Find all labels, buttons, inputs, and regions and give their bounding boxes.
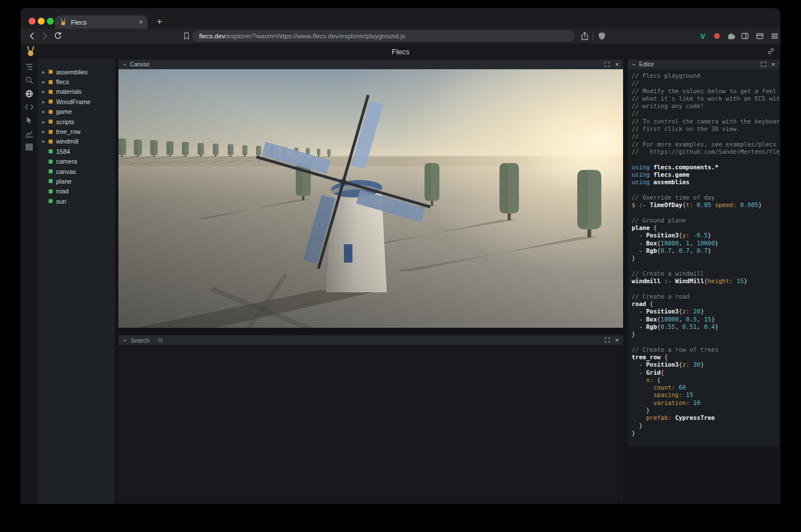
scene-icon[interactable] (25, 89, 34, 98)
search-icon (158, 338, 164, 343)
code-line: count: 60 (632, 384, 779, 391)
collapse-chevron-icon[interactable] (122, 338, 127, 343)
code-line: using flecs.components.* (632, 164, 779, 171)
tab-close-icon[interactable]: × (138, 18, 143, 26)
code-line: windmill :- WindMill{height: 15} (632, 277, 779, 285)
tree-item-plane[interactable]: plane (38, 176, 115, 186)
code-line: } (632, 422, 779, 430)
tree-item-sun[interactable]: sun (38, 196, 115, 206)
search-results (118, 345, 623, 503)
new-tab-button[interactable]: + (157, 16, 162, 27)
menu-icon[interactable] (770, 31, 779, 41)
back-button[interactable] (27, 31, 37, 41)
tree-item-tree_row[interactable]: ▸tree_row (38, 126, 115, 136)
tree-item-materials[interactable]: ▸materials (38, 87, 115, 97)
code-line: // (632, 110, 779, 117)
code-line (632, 285, 779, 292)
share-icon[interactable] (580, 31, 589, 41)
browser-window: Flecs × + flecs.dev/explorer/?wasm=https… (21, 8, 780, 504)
tree-item-windmill[interactable]: ▸windmill (38, 137, 115, 146)
entity-color-square (49, 120, 53, 124)
tree-item-game[interactable]: ▸game (38, 107, 115, 117)
search-icon[interactable] (25, 76, 34, 85)
side-panel-icon[interactable] (740, 31, 750, 41)
editor-code[interactable]: // Flecs playground//// Modify the value… (628, 69, 779, 447)
code-line: // Flecs playground (632, 72, 779, 80)
entity-color-square (49, 199, 53, 203)
toolbar-divider (593, 33, 593, 39)
tree-item-road[interactable]: road (38, 186, 115, 196)
tree-item-assemblies[interactable]: ▸assemblies (38, 67, 115, 77)
extensions-puzzle-icon[interactable] (727, 31, 736, 41)
tree-item-label: plane (56, 178, 72, 185)
browser-tab[interactable]: Flecs × (55, 15, 148, 29)
fullscreen-icon[interactable] (761, 62, 766, 67)
close-window-button[interactable] (29, 18, 35, 25)
code-icon[interactable] (25, 102, 34, 112)
tree-item-label: 1584 (56, 148, 70, 155)
expand-arrow-icon[interactable]: ▸ (42, 69, 49, 75)
code-line: // For more examples, see examples/plecs… (632, 141, 779, 148)
queries-icon[interactable] (25, 142, 34, 152)
code-line: - Position3{z: 20} (632, 308, 779, 315)
code-line: // Create a row of trees (632, 346, 779, 354)
tree-item-1584[interactable]: 1584 (38, 146, 115, 156)
search-input[interactable] (130, 337, 157, 344)
extension-red-icon[interactable] (714, 33, 723, 42)
tab-title: Flecs (71, 19, 138, 26)
code-line: spacing: 15 (632, 391, 779, 399)
address-bar[interactable]: flecs.dev/explorer/?wasm=https://www.fle… (192, 30, 574, 42)
code-line: - Box{10000, 1, 10000} (632, 240, 779, 247)
code-line: } (632, 331, 779, 338)
tree-item-scripts[interactable]: ▸scripts (38, 117, 115, 126)
close-panel-icon[interactable]: × (771, 61, 775, 68)
tree-item-canvas[interactable]: canvas (38, 166, 115, 176)
minimize-window-button[interactable] (38, 18, 45, 25)
wallet-icon[interactable] (755, 31, 764, 41)
stats-icon[interactable] (25, 129, 34, 138)
outliner-icon[interactable] (25, 62, 34, 72)
reload-button[interactable] (53, 31, 62, 41)
code-line: // (632, 133, 779, 140)
extension-v-icon[interactable]: V (700, 32, 709, 41)
code-line: x: { (632, 376, 779, 384)
entity-color-square (49, 110, 53, 114)
search-panel-header: × (118, 335, 623, 345)
tree-item-flecs[interactable]: ▸flecs (38, 77, 115, 86)
expand-arrow-icon[interactable]: ▸ (42, 109, 49, 114)
tree-item-label: windmill (56, 138, 78, 145)
browser-toolbar: flecs.dev/explorer/?wasm=https://www.fle… (21, 29, 780, 43)
bookmark-icon[interactable] (182, 31, 191, 41)
collapse-chevron-icon[interactable] (632, 62, 636, 67)
code-line: } (632, 255, 779, 262)
fullscreen-icon[interactable] (605, 338, 610, 343)
expand-arrow-icon[interactable]: ▸ (42, 79, 49, 85)
code-line: // Override time of day (632, 194, 779, 201)
close-panel-icon[interactable]: × (615, 337, 619, 344)
code-line: - Rgb{0.55, 0.51, 0.4} (632, 323, 779, 331)
scene-svg[interactable] (118, 69, 623, 328)
expand-arrow-icon[interactable]: ▸ (42, 99, 49, 105)
code-line: - Rgb{0.7, 0.7, 0.7} (632, 247, 779, 255)
code-line: // https://github.com/SanderMertens/flec… (632, 148, 779, 156)
code-line (632, 186, 779, 193)
expand-arrow-icon[interactable]: ▸ (42, 89, 49, 94)
entity-color-square (49, 189, 53, 193)
inspect-icon[interactable] (25, 116, 34, 125)
expand-arrow-icon[interactable]: ▸ (42, 129, 49, 134)
tree-item-WoodFrame[interactable]: ▸WoodFrame (38, 97, 115, 106)
forward-button[interactable] (40, 31, 49, 41)
shield-icon[interactable] (597, 31, 606, 41)
code-line: // writing any code! (632, 102, 779, 110)
collapse-chevron-icon[interactable] (122, 62, 127, 67)
url-path: /explorer/?wasm=https://www.flecs.dev/ex… (225, 33, 405, 39)
expand-arrow-icon[interactable]: ▸ (42, 119, 49, 125)
zoom-window-button[interactable] (47, 18, 54, 25)
share-link-icon[interactable] (767, 47, 775, 55)
fullscreen-icon[interactable] (605, 62, 610, 67)
expand-arrow-icon[interactable]: ▸ (42, 138, 49, 144)
url-host: flecs.dev (199, 33, 225, 39)
canvas-viewport (118, 69, 623, 328)
close-panel-icon[interactable]: × (615, 61, 619, 68)
tree-item-camera[interactable]: camera (38, 157, 115, 166)
